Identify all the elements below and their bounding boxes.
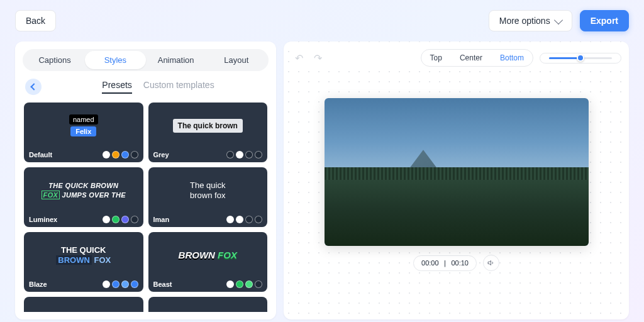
subtab-custom-templates[interactable]: Custom templates	[143, 80, 214, 94]
volume-button[interactable]	[483, 255, 499, 271]
size-slider[interactable]	[540, 53, 621, 64]
styles-panel: Captions Styles Animation Layout Presets…	[15, 42, 276, 319]
chevron-down-icon	[554, 15, 563, 24]
export-button[interactable]: Export	[580, 10, 629, 31]
preset-luminex[interactable]: THE QUICK BROWN FOX JUMPS OVER THE Lumin…	[24, 167, 143, 227]
align-bottom[interactable]: Bottom	[491, 50, 533, 66]
more-options-label: More options	[499, 16, 550, 26]
arrow-left-icon	[30, 83, 37, 90]
volume-icon	[487, 259, 495, 267]
video-preview[interactable]	[325, 98, 589, 246]
alignment-selector: Top Center Bottom	[421, 49, 533, 67]
preview-panel: ↶ ↷ Top Center Bottom	[284, 42, 629, 319]
time-display: 00:00 | 00:10	[413, 255, 477, 271]
preset-default[interactable]: named Felix Default	[24, 103, 143, 162]
tab-layout[interactable]: Layout	[206, 51, 267, 69]
presets-grid: named Felix Default The quick brown Grey	[23, 101, 269, 312]
topbar: Back More options Export	[0, 0, 644, 42]
tab-captions[interactable]: Captions	[25, 51, 85, 69]
preset-iman[interactable]: The quickbrown fox Iman	[148, 167, 268, 227]
tab-styles[interactable]: Styles	[85, 51, 145, 69]
align-top[interactable]: Top	[421, 50, 451, 66]
preset-8[interactable]: THE QUICK BROWN	[148, 297, 268, 312]
slider-thumb[interactable]	[577, 54, 584, 62]
more-options-button[interactable]: More options	[489, 10, 572, 31]
undo-button[interactable]: ↶	[291, 50, 306, 65]
preset-blaze[interactable]: THE QUICK BROWN FOX Blaze	[24, 232, 143, 292]
align-center[interactable]: Center	[451, 50, 491, 66]
preset-7[interactable]: THE QUICK BROWN FOX	[24, 297, 143, 312]
preset-grey[interactable]: The quick brown Grey	[148, 103, 268, 162]
tab-animation[interactable]: Animation	[146, 51, 206, 69]
preset-beast[interactable]: BROWN FOX Beast	[148, 232, 268, 292]
subtab-presets[interactable]: Presets	[102, 80, 131, 94]
redo-button[interactable]: ↷	[310, 50, 325, 65]
panel-back-button[interactable]	[25, 79, 42, 95]
main-tabs: Captions Styles Animation Layout	[23, 49, 269, 71]
back-button[interactable]: Back	[15, 10, 56, 31]
